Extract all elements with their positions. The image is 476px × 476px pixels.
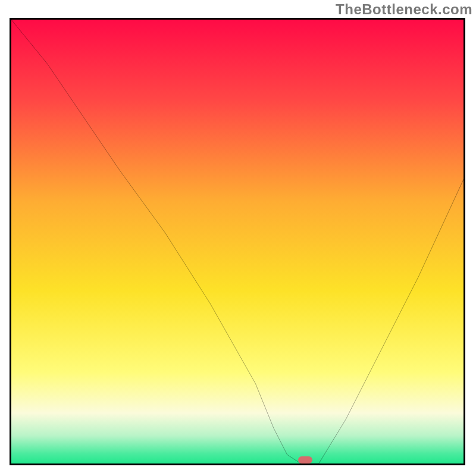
bottleneck-curve [11,20,464,464]
chart-stage: TheBottleneck.com [0,0,476,476]
watermark-text: TheBottleneck.com [336,1,472,18]
plot-frame [10,18,465,465]
curve-path [11,20,464,464]
optimum-marker [298,456,312,464]
